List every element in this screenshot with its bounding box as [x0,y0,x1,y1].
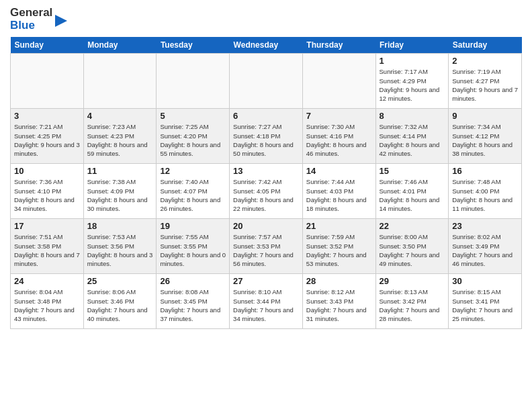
day-number: 13 [233,166,299,176]
day-detail: Sunrise: 8:15 AMSunset: 3:41 PMDaylight:… [452,287,518,323]
day-detail: Sunrise: 7:19 AMSunset: 4:27 PMDaylight:… [452,67,518,103]
day-number: 10 [14,166,80,176]
day-detail: Sunrise: 8:08 AMSunset: 3:45 PMDaylight:… [160,287,226,323]
calendar-cell: 3Sunrise: 7:21 AMSunset: 4:25 PMDaylight… [11,109,84,164]
day-number: 11 [87,166,153,176]
day-number: 6 [233,111,299,121]
calendar-cell: 23Sunrise: 8:02 AMSunset: 3:49 PMDayligh… [449,219,522,274]
day-detail: Sunrise: 7:42 AMSunset: 4:05 PMDaylight:… [233,177,299,213]
calendar-cell: 6Sunrise: 7:27 AMSunset: 4:18 PMDaylight… [230,109,303,164]
day-number: 9 [452,111,518,121]
calendar-cell: 2Sunrise: 7:19 AMSunset: 4:27 PMDaylight… [449,54,522,109]
day-detail: Sunrise: 7:46 AMSunset: 4:01 PMDaylight:… [380,177,445,213]
day-detail: Sunrise: 7:51 AMSunset: 3:58 PMDaylight:… [14,232,80,268]
day-detail: Sunrise: 7:38 AMSunset: 4:09 PMDaylight:… [87,177,153,213]
day-number: 21 [306,221,372,231]
calendar-cell: 20Sunrise: 7:57 AMSunset: 3:53 PMDayligh… [230,219,303,274]
calendar-cell: 29Sunrise: 8:13 AMSunset: 3:42 PMDayligh… [375,274,449,329]
day-number: 27 [233,276,299,286]
logo-general: General [10,7,52,19]
day-detail: Sunrise: 8:10 AMSunset: 3:44 PMDaylight:… [233,287,299,323]
day-detail: Sunrise: 7:55 AMSunset: 3:55 PMDaylight:… [160,232,226,268]
weekday-header-row: SundayMondayTuesdayWednesdayThursdayFrid… [11,37,522,54]
day-number: 28 [306,276,372,286]
day-number: 22 [380,221,445,231]
calendar-cell: 28Sunrise: 8:12 AMSunset: 3:43 PMDayligh… [302,274,375,329]
calendar-cell: 18Sunrise: 7:53 AMSunset: 3:56 PMDayligh… [83,219,157,274]
day-number: 3 [14,111,80,121]
day-detail: Sunrise: 7:40 AMSunset: 4:07 PMDaylight:… [160,177,226,213]
day-number: 1 [380,56,445,66]
calendar-cell: 22Sunrise: 8:00 AMSunset: 3:50 PMDayligh… [375,219,449,274]
calendar-cell: 9Sunrise: 7:34 AMSunset: 4:12 PMDaylight… [449,109,522,164]
day-detail: Sunrise: 7:36 AMSunset: 4:10 PMDaylight:… [14,177,80,213]
calendar-cell: 4Sunrise: 7:23 AMSunset: 4:23 PMDaylight… [83,109,157,164]
day-detail: Sunrise: 7:48 AMSunset: 4:00 PMDaylight:… [452,177,518,213]
logo-arrow-icon [54,13,69,28]
day-detail: Sunrise: 7:32 AMSunset: 4:14 PMDaylight:… [380,122,445,158]
logo: General Blue [10,7,69,32]
day-number: 20 [233,221,299,231]
day-number: 23 [452,221,518,231]
day-number: 24 [14,276,80,286]
page-header: General Blue [10,7,522,32]
day-number: 12 [160,166,226,176]
calendar-cell [230,54,303,109]
day-number: 19 [160,221,226,231]
day-detail: Sunrise: 7:17 AMSunset: 4:29 PMDaylight:… [380,67,445,103]
calendar-week-5: 24Sunrise: 8:04 AMSunset: 3:48 PMDayligh… [11,274,522,329]
day-detail: Sunrise: 7:21 AMSunset: 4:25 PMDaylight:… [14,122,80,158]
calendar-week-1: 1Sunrise: 7:17 AMSunset: 4:29 PMDaylight… [11,54,522,109]
day-detail: Sunrise: 7:59 AMSunset: 3:52 PMDaylight:… [306,232,372,268]
calendar-cell [302,54,375,109]
day-detail: Sunrise: 7:53 AMSunset: 3:56 PMDaylight:… [87,232,153,268]
calendar-cell: 11Sunrise: 7:38 AMSunset: 4:09 PMDayligh… [83,164,157,219]
day-detail: Sunrise: 7:25 AMSunset: 4:20 PMDaylight:… [160,122,226,158]
day-detail: Sunrise: 7:27 AMSunset: 4:18 PMDaylight:… [233,122,299,158]
day-number: 8 [380,111,445,121]
calendar-cell: 24Sunrise: 8:04 AMSunset: 3:48 PMDayligh… [11,274,84,329]
weekday-header-wednesday: Wednesday [230,37,303,54]
day-number: 14 [306,166,372,176]
calendar-cell: 15Sunrise: 7:46 AMSunset: 4:01 PMDayligh… [375,164,449,219]
calendar-cell: 30Sunrise: 8:15 AMSunset: 3:41 PMDayligh… [449,274,522,329]
day-number: 17 [14,221,80,231]
logo: General Blue [10,7,69,32]
calendar-cell: 10Sunrise: 7:36 AMSunset: 4:10 PMDayligh… [11,164,84,219]
day-number: 16 [452,166,518,176]
day-number: 2 [452,56,518,66]
day-number: 5 [160,111,226,121]
calendar-table: SundayMondayTuesdayWednesdayThursdayFrid… [10,37,522,329]
calendar-cell: 19Sunrise: 7:55 AMSunset: 3:55 PMDayligh… [157,219,230,274]
day-number: 26 [160,276,226,286]
calendar-cell: 1Sunrise: 7:17 AMSunset: 4:29 PMDaylight… [375,54,449,109]
calendar-cell: 27Sunrise: 8:10 AMSunset: 3:44 PMDayligh… [230,274,303,329]
day-detail: Sunrise: 8:04 AMSunset: 3:48 PMDaylight:… [14,287,80,323]
calendar-cell [83,54,157,109]
calendar-cell: 5Sunrise: 7:25 AMSunset: 4:20 PMDaylight… [157,109,230,164]
day-number: 15 [380,166,445,176]
day-detail: Sunrise: 7:34 AMSunset: 4:12 PMDaylight:… [452,122,518,158]
day-detail: Sunrise: 7:44 AMSunset: 4:03 PMDaylight:… [306,177,372,213]
day-detail: Sunrise: 8:13 AMSunset: 3:42 PMDaylight:… [380,287,445,323]
svg-marker-0 [55,15,67,27]
day-number: 4 [87,111,153,121]
calendar-cell: 25Sunrise: 8:06 AMSunset: 3:46 PMDayligh… [83,274,157,329]
day-detail: Sunrise: 7:23 AMSunset: 4:23 PMDaylight:… [87,122,153,158]
day-number: 25 [87,276,153,286]
calendar-cell: 21Sunrise: 7:59 AMSunset: 3:52 PMDayligh… [302,219,375,274]
weekday-header-tuesday: Tuesday [157,37,230,54]
weekday-header-sunday: Sunday [11,37,84,54]
calendar-week-3: 10Sunrise: 7:36 AMSunset: 4:10 PMDayligh… [11,164,522,219]
calendar-cell: 26Sunrise: 8:08 AMSunset: 3:45 PMDayligh… [157,274,230,329]
day-number: 29 [380,276,445,286]
logo-blue: Blue [10,19,52,32]
calendar-cell: 8Sunrise: 7:32 AMSunset: 4:14 PMDaylight… [375,109,449,164]
day-detail: Sunrise: 8:02 AMSunset: 3:49 PMDaylight:… [452,232,518,268]
calendar-week-2: 3Sunrise: 7:21 AMSunset: 4:25 PMDaylight… [11,109,522,164]
weekday-header-friday: Friday [375,37,449,54]
calendar-cell: 7Sunrise: 7:30 AMSunset: 4:16 PMDaylight… [302,109,375,164]
calendar-cell [157,54,230,109]
calendar-cell: 17Sunrise: 7:51 AMSunset: 3:58 PMDayligh… [11,219,84,274]
day-number: 18 [87,221,153,231]
